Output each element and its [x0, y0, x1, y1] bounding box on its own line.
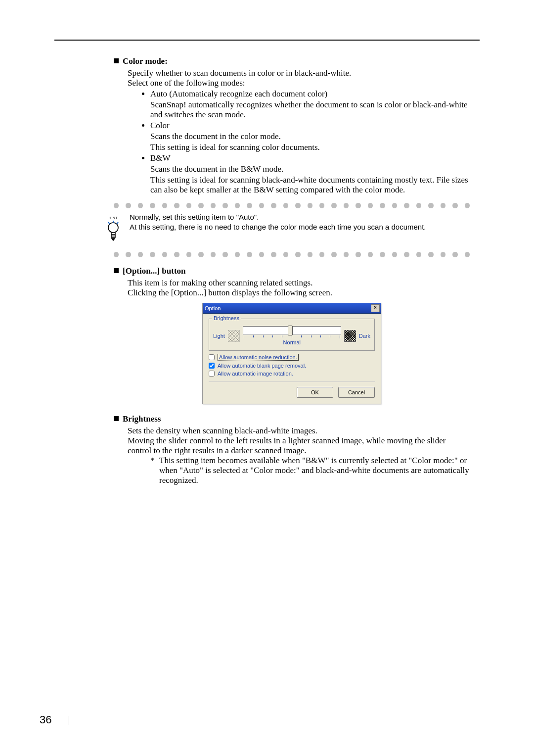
brightness-dark-label: Dark: [359, 333, 370, 339]
chk-blank-page-removal[interactable]: [209, 363, 215, 369]
separator-dots-top: [114, 203, 470, 208]
color-mode-intro-1: Specify whether to scan documents in col…: [128, 68, 470, 78]
chk-noise-reduction[interactable]: [209, 354, 215, 360]
opt-auto-desc: ScanSnap! automatically recognizes wheth…: [150, 100, 470, 120]
brightness-light-label: Light: [213, 333, 225, 339]
dark-pattern-icon: [344, 330, 356, 342]
opt-bw-title: B&W: [150, 153, 470, 163]
hint-label: HINT: [109, 216, 118, 220]
option-desc-1: This item is for making other scanning r…: [128, 278, 470, 288]
brightness-desc-2: Moving the slider control to the left re…: [128, 436, 470, 456]
opt-bw-desc2: This setting is ideal for scanning black…: [150, 175, 470, 195]
hint-icon: HINT: [104, 212, 123, 244]
chk-image-rotation[interactable]: [209, 371, 215, 377]
chk-blank-page-removal-label: Allow automatic blank page removal.: [218, 363, 306, 369]
brightness-note-mark: *: [150, 456, 159, 485]
hint-line-1: Normally, set this setting item to "Auto…: [130, 212, 470, 222]
page-number: 36: [40, 713, 69, 726]
brightness-normal-label: Normal: [243, 339, 341, 345]
brightness-slider[interactable]: [243, 326, 341, 335]
dialog-close-button[interactable]: ×: [371, 304, 380, 312]
svg-line-3: [117, 222, 118, 224]
separator-dots-bottom: [114, 252, 470, 257]
opt-auto-title: Auto (Automaticaly recognize each docume…: [150, 89, 470, 99]
opt-color-title: Color: [150, 121, 470, 131]
heading-option-button: [Option...] button: [114, 266, 470, 276]
brightness-group-label: Brightness: [212, 315, 241, 321]
brightness-slider-thumb[interactable]: [288, 326, 293, 335]
opt-color-desc1: Scans the document in the color mode.: [150, 132, 470, 142]
option-desc-2: Clicking the [Option...] button displays…: [128, 288, 470, 298]
heading-color-mode: Color mode:: [114, 56, 470, 66]
light-pattern-icon: [228, 330, 240, 342]
heading-color-mode-text: Color mode:: [123, 56, 168, 66]
cancel-button[interactable]: Cancel: [338, 387, 375, 398]
page-number-value: 36: [40, 713, 51, 726]
heading-brightness-text: Brightness: [123, 414, 161, 424]
color-mode-body: Specify whether to scan documents in col…: [128, 68, 470, 195]
heading-option-button-text: [Option...] button: [123, 266, 186, 276]
chk-image-rotation-label: Allow automatic image rotation.: [218, 371, 293, 377]
brightness-groupbox: Brightness Light Normal: [209, 319, 375, 351]
ok-button[interactable]: OK: [297, 387, 333, 398]
opt-bw-desc1: Scans the document in the B&W mode.: [150, 164, 470, 174]
hint-line-2: At this setting, there is no need to cha…: [130, 222, 470, 232]
dialog-titlebar: Option ×: [203, 303, 381, 314]
color-mode-intro-2: Select one of the following modes:: [128, 78, 470, 88]
chk-noise-reduction-label: Allow automatic noise reduction.: [218, 354, 299, 361]
hint-text: Normally, set this setting item to "Auto…: [130, 212, 470, 244]
opt-color-desc2: This setting is ideal for scanning color…: [150, 142, 470, 152]
dialog-title: Option: [205, 305, 221, 311]
brightness-desc-1: Sets the density when scanning black-and…: [128, 426, 470, 436]
option-dialog: Option × Brightness Light: [202, 303, 381, 404]
brightness-note: This setting item becomes available when…: [159, 456, 470, 485]
heading-brightness: Brightness: [114, 414, 470, 424]
svg-line-1: [108, 222, 110, 224]
brightness-ticks: [243, 335, 341, 338]
